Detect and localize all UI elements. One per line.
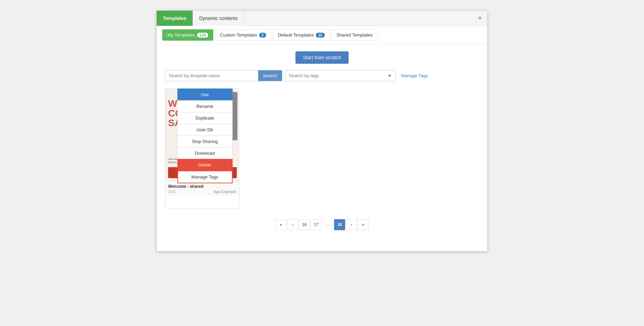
template-card[interactable]: FASHION WECOSA Dear Max, lorem ipsum ad … <box>165 88 239 209</box>
templates-modal: Templates Dynamic contents × My Template… <box>156 10 488 252</box>
search-button[interactable]: Search <box>258 70 282 81</box>
context-user-db-button[interactable]: User Db <box>177 124 233 136</box>
pagination-next-button[interactable]: › <box>346 219 357 230</box>
search-tags-group: ▼ <box>285 70 396 81</box>
pagination-row: « ‹ 16 17 ... 18 › » <box>165 219 479 230</box>
template-card-footer: Welcome - shared 25/0 App Example <box>165 182 239 196</box>
pagination-prev-button[interactable]: ‹ <box>287 219 298 230</box>
context-stop-sharing-button[interactable]: Stop Sharing <box>177 135 233 147</box>
context-duplicate-button[interactable]: Duplicate <box>177 112 233 124</box>
context-rename-button[interactable]: Rename <box>177 100 233 112</box>
search-name-group: Search <box>165 70 282 81</box>
template-card-date-row: 25/0 App Example <box>168 190 236 194</box>
context-manage-tags-button[interactable]: Manage Tags <box>177 171 233 183</box>
context-use-button[interactable]: Use <box>177 89 233 101</box>
subtab-my-templates[interactable]: My Templates 139 <box>162 29 213 41</box>
context-menu: Use Rename Duplicate User Db Stop Sharin… <box>177 89 233 183</box>
start-from-scratch-button[interactable]: Start from scratch <box>295 51 349 64</box>
close-button[interactable]: × <box>472 11 487 26</box>
subtab-shared-templates[interactable]: Shared Templates <box>331 29 378 41</box>
search-row: Search ▼ Manage Tags <box>165 70 479 81</box>
search-tags-input[interactable] <box>285 70 384 81</box>
templates-area: FASHION WECOSA Dear Max, lorem ipsum ad … <box>165 88 479 209</box>
tab-templates[interactable]: Templates <box>157 11 193 26</box>
template-card-title: Welcome - shared <box>168 184 236 189</box>
context-download-button[interactable]: Download <box>177 147 233 159</box>
subtab-default-templates[interactable]: Default Templates 15 <box>273 29 330 41</box>
template-card-date: 25/0 <box>168 190 175 194</box>
search-name-input[interactable] <box>165 70 258 81</box>
start-from-scratch-row: Start from scratch <box>165 51 479 64</box>
pagination-page-17[interactable]: 17 <box>311 219 322 230</box>
pagination-page-18[interactable]: 18 <box>334 219 345 230</box>
pagination-ellipsis: ... <box>322 219 333 230</box>
pagination-page-16[interactable]: 16 <box>299 219 310 230</box>
template-card-subtitle: App Example <box>214 190 236 194</box>
pagination-first-button[interactable]: « <box>275 219 286 230</box>
search-tags-dropdown-arrow[interactable]: ▼ <box>384 71 395 81</box>
pagination-last-button[interactable]: » <box>358 219 369 230</box>
subtab-custom-templates[interactable]: Custom Templates 2 <box>215 29 271 41</box>
modal-header: Templates Dynamic contents × <box>157 11 487 26</box>
tab-dynamic-contents[interactable]: Dynamic contents <box>193 11 244 26</box>
manage-tags-link[interactable]: Manage Tags <box>401 73 428 78</box>
sub-tabs-bar: My Templates 139 Custom Templates 2 Defa… <box>157 26 487 44</box>
context-delete-button[interactable]: Delete <box>177 159 233 171</box>
modal-body: Start from scratch Search ▼ Manage Tags … <box>157 44 487 237</box>
